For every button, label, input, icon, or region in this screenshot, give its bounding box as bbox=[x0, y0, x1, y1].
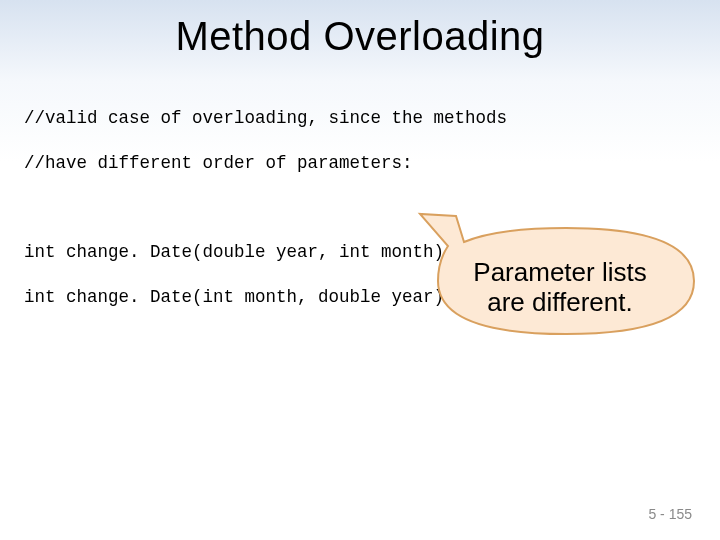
callout-bubble: Parameter lists are different. bbox=[438, 242, 682, 334]
code-comment-2: //have different order of parameters: bbox=[24, 152, 696, 174]
code-comment-1: //valid case of overloading, since the m… bbox=[24, 107, 696, 129]
callout-line-1: Parameter lists bbox=[473, 258, 646, 288]
slide-title: Method Overloading bbox=[0, 0, 720, 59]
callout-line-2: are different. bbox=[487, 288, 633, 318]
callout-text: Parameter lists are different. bbox=[438, 242, 682, 334]
slide-number: 5 - 155 bbox=[648, 506, 692, 522]
